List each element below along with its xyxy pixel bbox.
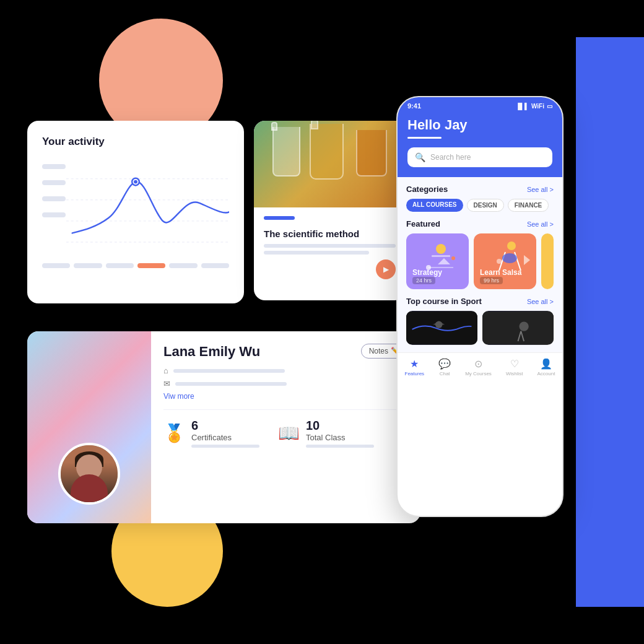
wifi-icon: WiFi xyxy=(531,103,544,110)
cat-finance[interactable]: FINANCE xyxy=(508,199,549,212)
bar-5 xyxy=(169,263,197,268)
play-button[interactable]: ▶ xyxy=(376,259,396,279)
svg-point-13 xyxy=(502,253,517,263)
bg-blue-rectangle xyxy=(576,37,644,607)
featured-card-salsa[interactable]: Learn Salsa 99 hrs xyxy=(474,233,536,289)
profile-background xyxy=(27,331,151,523)
bar-6 xyxy=(201,263,229,268)
categories-see-all[interactable]: See all > xyxy=(527,186,554,193)
sport-section-header: Top course in Sport See all > xyxy=(406,297,554,306)
nav-features[interactable]: ★ Features xyxy=(405,358,425,376)
nav-features-label: Features xyxy=(405,371,425,376)
avatar-image xyxy=(61,445,118,502)
flask-neck-1 xyxy=(271,122,277,131)
science-desc-1 xyxy=(264,244,396,248)
featured-title: Featured xyxy=(406,219,440,228)
profile-home-row: ⌂ xyxy=(163,366,408,375)
svg-point-6 xyxy=(436,244,446,254)
stat-certificates: 🏅 6 Certificates xyxy=(163,419,259,448)
activity-bars xyxy=(42,263,229,268)
activity-chart xyxy=(42,158,229,257)
sport-card-2-img xyxy=(482,311,554,345)
activity-chart-svg xyxy=(42,158,229,257)
stat-certificates-text: 6 Certificates xyxy=(191,419,259,448)
activity-card: Your activity xyxy=(27,121,244,303)
featured-card2-title: Learn Salsa xyxy=(480,268,521,277)
avatar-body xyxy=(71,474,108,502)
svg-point-5 xyxy=(134,180,137,184)
chat-icon: 💬 xyxy=(438,358,451,370)
home-info-line xyxy=(173,369,285,373)
profile-email-row: ✉ xyxy=(163,379,408,388)
profile-content: Lana Emily Wu Notes ✏️ ⌂ ✉ Viw more 🏅 6 … xyxy=(151,331,420,523)
flask-neck-2 xyxy=(311,121,318,129)
science-desc-2 xyxy=(264,251,369,255)
stat-total-class: 📖 10 Total Class xyxy=(278,419,374,448)
search-icon: 🔍 xyxy=(415,152,425,162)
nav-wishlist[interactable]: ♡ Wishlist xyxy=(506,358,523,376)
sport-card-1[interactable] xyxy=(406,311,477,345)
featured-card1-title: Strategy xyxy=(412,268,442,277)
science-title: The scientific method xyxy=(264,228,396,239)
svg-point-12 xyxy=(507,242,516,250)
courses-icon: ⊙ xyxy=(474,358,482,370)
bar-2 xyxy=(74,263,102,268)
class-label: Total Class xyxy=(306,433,374,442)
categories-section-header: Categories See all > xyxy=(406,185,554,194)
science-tag xyxy=(264,216,295,220)
book-icon: 📖 xyxy=(278,423,300,443)
nav-wishlist-label: Wishlist xyxy=(506,371,523,376)
science-card-body: The scientific method ▶ xyxy=(254,207,406,288)
battery-icon: ▭ xyxy=(547,103,552,110)
nav-chat-label: Chat xyxy=(440,371,450,376)
svg-point-19 xyxy=(519,321,528,331)
phone-header: Hello Jay 🔍 Search here xyxy=(398,112,562,177)
notes-label: Notes xyxy=(369,347,388,355)
profile-stats: 🏅 6 Certificates 📖 10 Total Class xyxy=(163,409,408,448)
bar-1 xyxy=(42,263,70,268)
featured-card-strategy[interactable]: Strategy 24 hrs xyxy=(406,233,469,289)
categories-title: Categories xyxy=(406,185,448,194)
svg-marker-9 xyxy=(438,258,450,264)
phone-status-bar: 9:41 ▐▌▌ WiFi ▭ xyxy=(398,97,562,112)
featured-row: Strategy 24 hrs Learn Salsa 99 hrs xyxy=(406,233,554,289)
cat-all-courses[interactable]: ALL COURSES xyxy=(406,199,463,212)
profile-card: Lana Emily Wu Notes ✏️ ⌂ ✉ Viw more 🏅 6 … xyxy=(27,331,420,523)
sport-title: Top course in Sport xyxy=(406,297,482,306)
beaker-1 xyxy=(272,127,300,176)
nav-account-label: Account xyxy=(537,371,555,376)
certificate-icon: 🏅 xyxy=(163,423,185,443)
beaker-3 xyxy=(356,130,387,176)
beaker-2 xyxy=(310,124,344,180)
signal-icon: ▐▌▌ xyxy=(516,103,529,110)
home-icon: ⌂ xyxy=(163,366,168,375)
hello-text: Hello Jay xyxy=(407,117,552,133)
cat-design[interactable]: DESIGN xyxy=(467,199,504,212)
nav-my-courses[interactable]: ⊙ My Courses xyxy=(465,358,492,376)
phone-body: Categories See all > ALL COURSES DESIGN … xyxy=(398,177,562,352)
bar-4-active xyxy=(137,263,165,268)
profile-header: Lana Emily Wu Notes ✏️ xyxy=(163,344,408,360)
sport-card-1-img xyxy=(406,311,477,345)
nav-account[interactable]: 👤 Account xyxy=(537,358,555,376)
svg-point-17 xyxy=(435,321,443,328)
email-info-line xyxy=(175,382,287,386)
phone-frame: 9:41 ▐▌▌ WiFi ▭ Hello Jay 🔍 Search here … xyxy=(396,96,564,517)
featured-section-header: Featured See all > xyxy=(406,219,554,228)
view-more-link[interactable]: Viw more xyxy=(163,392,408,401)
avatar xyxy=(58,443,120,505)
featured-see-all[interactable]: See all > xyxy=(527,220,554,228)
science-card-image xyxy=(254,121,406,207)
class-count: 10 xyxy=(306,419,374,433)
phone-time: 9:41 xyxy=(407,102,421,110)
svg-rect-7 xyxy=(432,255,450,257)
certificates-bar xyxy=(191,445,259,448)
sport-see-all[interactable]: See all > xyxy=(527,298,554,305)
science-footer: ▶ xyxy=(264,259,396,279)
sport-card-2[interactable] xyxy=(482,311,554,345)
nav-chat[interactable]: 💬 Chat xyxy=(438,358,451,376)
categories-row: ALL COURSES DESIGN FINANCE xyxy=(406,199,554,212)
stat-class-text: 10 Total Class xyxy=(306,419,374,448)
search-bar[interactable]: 🔍 Search here xyxy=(407,147,552,167)
phone-nav: ★ Features 💬 Chat ⊙ My Courses ♡ Wishlis… xyxy=(398,352,562,379)
